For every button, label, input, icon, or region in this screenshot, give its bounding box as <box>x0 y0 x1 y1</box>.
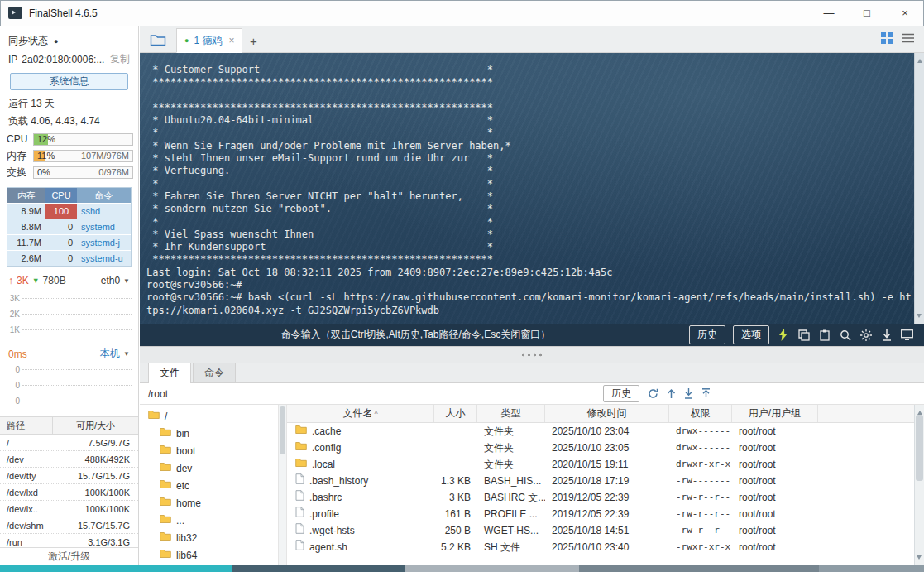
col-type[interactable]: 类型 <box>477 405 545 422</box>
tree-item-root[interactable]: / <box>140 407 278 425</box>
col-perm[interactable]: 权限 <box>669 405 732 422</box>
search-icon[interactable] <box>839 329 852 342</box>
tree-item[interactable]: lib64 <box>140 546 278 564</box>
file-size <box>434 456 477 473</box>
col-owner[interactable]: 用户/用户组 <box>732 405 818 422</box>
activate-upgrade-link[interactable]: 激活/升级 <box>0 547 138 565</box>
folder-icon <box>160 514 171 526</box>
memory-detail: 107M/976M <box>81 151 129 161</box>
col-filename[interactable]: 文件名^ <box>287 405 434 422</box>
bolt-icon[interactable] <box>777 329 790 342</box>
scroll-down-icon[interactable] <box>917 555 922 562</box>
refresh-icon[interactable] <box>648 388 658 399</box>
copy-ip-link[interactable]: 复制 <box>110 52 130 66</box>
maximize-button[interactable]: □ <box>848 0 886 26</box>
file-row[interactable]: .config 文件夹 2025/10/10 23:05 drwx------ … <box>287 440 914 456</box>
tree-scrollbar[interactable] <box>279 405 287 565</box>
tree-item[interactable]: etc <box>140 477 278 494</box>
col-size[interactable]: 大小 <box>434 405 477 422</box>
tree-item[interactable]: ... <box>140 512 278 529</box>
copy-icon[interactable] <box>797 329 811 342</box>
path-history-button[interactable]: 历史 <box>603 385 639 402</box>
scroll-up-icon[interactable] <box>917 56 922 63</box>
options-button[interactable]: 选项 <box>733 325 769 344</box>
disk-row[interactable]: /dev/tty 15.7G/15.7G <box>0 468 138 484</box>
terminal[interactable]: * Customer-Support * *******************… <box>140 53 924 324</box>
disk-path: /dev/tty <box>0 468 53 483</box>
tree-item[interactable]: lib32 <box>140 529 278 546</box>
command-input-hint[interactable]: 命令输入（双击Ctrl切换,Alt历史,Tab路径/命令,Esc关闭窗口） <box>281 328 550 342</box>
file-type: SH 文件 <box>477 539 545 555</box>
file-icon <box>295 539 304 555</box>
disk-row[interactable]: /dev/shm 15.7G/15.7G <box>0 517 138 534</box>
file-table-scrollbar[interactable] <box>914 405 924 565</box>
file-panel-body: / bin boot dev etc <box>140 405 924 565</box>
scrollbar-thumb[interactable] <box>280 406 285 454</box>
scroll-up-icon[interactable] <box>917 408 922 415</box>
disk-row[interactable]: /dev/lx.. 100K/100K <box>0 501 138 517</box>
process-row[interactable]: 8.8M 0 systemd <box>7 219 131 234</box>
parent-directory-icon[interactable] <box>667 388 676 399</box>
process-col-command[interactable]: 命令 <box>77 188 131 203</box>
download-file-icon[interactable] <box>684 388 693 399</box>
disk-row[interactable]: /dev 488K/492K <box>0 451 138 468</box>
process-col-memory[interactable]: 内存 <box>7 188 45 203</box>
disk-row[interactable]: / 7.5G/9.7G <box>0 435 138 451</box>
fullscreen-icon[interactable] <box>901 329 914 342</box>
connection-manager-button[interactable] <box>145 29 171 52</box>
history-button[interactable]: 历史 <box>689 325 725 344</box>
process-row[interactable]: 8.9M 100 sshd <box>7 203 131 219</box>
menu-icon[interactable] <box>902 33 914 46</box>
file-row[interactable]: .wget-hsts 250 B WGET-HS... 2025/10/18 1… <box>287 522 914 539</box>
upload-file-icon[interactable] <box>701 388 711 399</box>
path-input[interactable]: /root <box>148 388 168 400</box>
gear-icon[interactable] <box>859 329 873 342</box>
file-size: 3 KB <box>434 489 477 506</box>
tree-item[interactable]: boot <box>140 442 278 459</box>
tab-close-icon[interactable]: × <box>228 35 234 46</box>
file-row[interactable]: .profile 161 B PROFILE ... 2019/12/05 22… <box>287 506 914 522</box>
tree-item[interactable]: dev <box>140 459 278 477</box>
tree-item-label: dev <box>176 463 192 474</box>
file-row[interactable]: .local 文件夹 2020/10/15 19:11 drwxr-xr-x r… <box>287 456 914 473</box>
scroll-down-icon[interactable] <box>917 314 922 320</box>
folder-icon <box>148 410 160 422</box>
close-button[interactable]: × <box>886 0 924 26</box>
download-icon[interactable] <box>880 329 893 342</box>
window-controls: — □ × <box>810 0 924 26</box>
paste-icon[interactable] <box>818 329 831 342</box>
taskbar-segment <box>819 565 924 572</box>
tree-item-label: home <box>176 497 201 509</box>
tab-files[interactable]: 文件 <box>148 363 191 383</box>
panel-splitter[interactable] <box>140 346 924 363</box>
folder-icon <box>160 462 171 474</box>
grid-view-icon[interactable] <box>881 32 893 46</box>
process-col-cpu[interactable]: CPU <box>45 188 77 203</box>
ping-summary-row: 0ms 本机 ▼ <box>0 340 138 362</box>
file-row[interactable]: agent.sh 5.2 KB SH 文件 2025/10/10 23:40 -… <box>287 539 914 555</box>
col-mtime[interactable]: 修改时间 <box>545 405 669 422</box>
folder-icon <box>295 440 307 456</box>
process-row[interactable]: 2.6M 0 systemd-u <box>7 250 131 266</box>
file-row[interactable]: .bash_history 1.3 KB BASH_HIS... 2025/10… <box>287 473 914 489</box>
session-tab[interactable]: ● 1 德鸡 × <box>176 28 242 53</box>
terminal-line: ****************************************… <box>146 102 907 114</box>
scrollbar-thumb[interactable] <box>916 415 923 481</box>
interface-selector[interactable]: eth0 ▼ <box>101 275 130 286</box>
file-row[interactable]: .bashrc 3 KB BASHRC 文... 2019/12/05 22:3… <box>287 489 914 506</box>
disk-row[interactable]: /dev/lxd 100K/100K <box>0 484 138 501</box>
file-row[interactable]: .cache 文件夹 2025/10/10 23:04 drwx------ r… <box>287 423 914 440</box>
system-info-button[interactable]: 系统信息 <box>10 73 128 90</box>
splitter-handle-icon[interactable] <box>520 353 543 357</box>
terminal-scrollbar[interactable] <box>914 53 924 324</box>
tab-commands[interactable]: 命令 <box>193 363 236 382</box>
new-tab-button[interactable]: + <box>242 29 264 52</box>
tree-item[interactable]: bin <box>140 425 278 442</box>
process-row[interactable]: 11.7M 0 systemd-j <box>7 234 131 250</box>
network-chart: 3K 2K 1K <box>5 289 132 340</box>
disk-row[interactable]: /run 3.1G/3.1G <box>0 534 138 547</box>
tree-item[interactable]: home <box>140 494 278 512</box>
ping-target-selector[interactable]: 本机 ▼ <box>100 347 130 361</box>
process-table-header[interactable]: 内存 CPU 命令 <box>7 188 131 203</box>
minimize-button[interactable]: — <box>810 0 848 26</box>
